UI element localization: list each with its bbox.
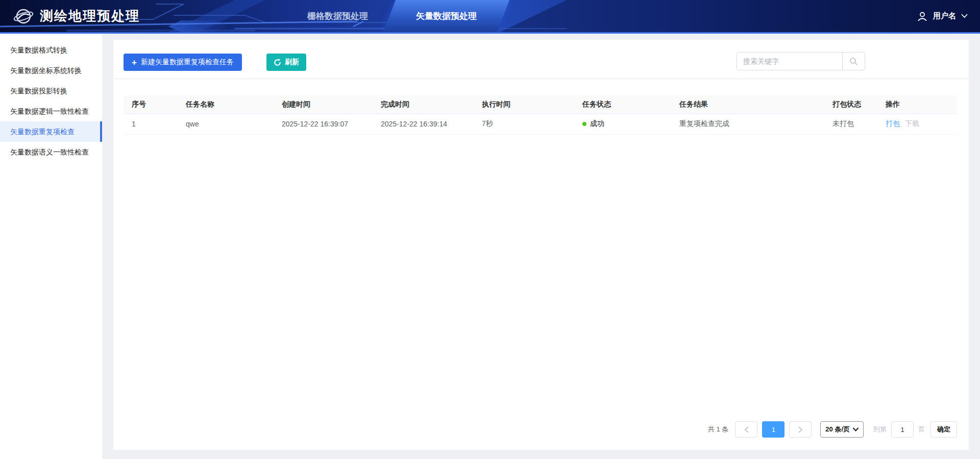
cell-actions: 打包下载 [877,114,957,134]
search-icon [849,57,858,66]
pack-link[interactable]: 打包 [886,119,900,128]
sidebar: 矢量数据格式转换 矢量数据坐标系统转换 矢量数据投影转换 矢量数据逻辑一致性检查… [0,34,102,459]
cell-task-name: qwe [178,114,274,134]
plus-icon: + [132,58,137,67]
chevron-right-icon [798,426,803,433]
table-header-row: 序号 任务名称 创建时间 完成时间 执行时间 任务状态 任务结果 打包状态 操作 [124,95,957,114]
sidebar-item-projection-conversion[interactable]: 矢量数据投影转换 [0,81,102,101]
app-title: 测绘地理预处理 [40,7,140,25]
user-name: 用户名 [933,11,956,21]
chevron-left-icon [744,426,749,433]
col-task-name: 任务名称 [178,95,274,114]
tab-raster-preprocessing[interactable]: 栅格数据预处理 [286,0,389,32]
sidebar-item-duplicate-check[interactable]: 矢量数据重复项检查 [0,121,102,142]
cell-exec-time: 7秒 [474,114,574,134]
cell-pack-status: 未打包 [824,114,877,134]
col-index: 序号 [124,95,178,114]
table-row: 1 qwe 2025-12-22 16:39:07 2025-12-22 16:… [124,114,957,134]
cell-task-status: 成功 [574,114,671,134]
cell-finished-time: 2025-12-22 16:39:14 [373,114,474,134]
page-size-select[interactable]: 20 条/页 [820,421,864,438]
user-menu[interactable]: 用户名 [917,0,968,32]
task-table-wrap: 序号 任务名称 创建时间 完成时间 执行时间 任务状态 任务结果 打包状态 操作… [113,79,969,135]
download-link[interactable]: 下载 [905,119,919,128]
col-task-result: 任务结果 [671,95,824,114]
app-header: 测绘地理预处理 栅格数据预处理 矢量数据预处理 用户名 [0,0,980,34]
status-success-dot [582,122,586,126]
search-group [737,52,865,70]
sidebar-item-format-conversion[interactable]: 矢量数据格式转换 [0,40,102,60]
next-page-button[interactable] [789,421,812,438]
toolbar: + 新建矢量数据重复项检查任务 刷新 [113,40,969,79]
goto-suffix-label: 页 [918,425,925,434]
cell-created-time: 2025-12-22 16:39:07 [274,114,373,134]
cell-task-result: 重复项检查完成 [671,114,824,134]
task-table: 序号 任务名称 创建时间 完成时间 执行时间 任务状态 任务结果 打包状态 操作… [124,95,957,135]
select-chevron-down-icon [853,427,859,431]
sidebar-item-semantic-consistency-check[interactable]: 矢量数据语义一致性检查 [0,142,102,162]
chevron-down-icon [961,14,968,18]
cell-index: 1 [124,114,178,134]
logo: 测绘地理预处理 [13,0,140,32]
sidebar-item-logic-consistency-check[interactable]: 矢量数据逻辑一致性检查 [0,101,102,121]
top-tabs: 栅格数据预处理 矢量数据预处理 [286,0,503,32]
col-created-time: 创建时间 [274,95,373,114]
page-number-1[interactable]: 1 [762,421,785,438]
goto-page-input[interactable] [891,421,914,438]
new-task-button[interactable]: + 新建矢量数据重复项检查任务 [124,54,242,71]
col-finished-time: 完成时间 [373,95,474,114]
search-button[interactable] [842,53,865,70]
search-input[interactable] [737,53,842,70]
goto-prefix-label: 到第 [873,425,887,434]
tab-vector-preprocessing[interactable]: 矢量数据预处理 [389,0,503,32]
user-icon [917,11,928,22]
col-pack-status: 打包状态 [824,95,877,114]
goto-confirm-button[interactable]: 确定 [930,421,957,438]
logo-globe-icon [13,6,34,27]
refresh-button[interactable]: 刷新 [266,54,306,71]
pagination: 共 1 条 1 20 条/页 到第 页 确定 [708,421,957,438]
sidebar-item-coordinate-conversion[interactable]: 矢量数据坐标系统转换 [0,60,102,81]
col-task-status: 任务状态 [574,95,671,114]
main-panel: + 新建矢量数据重复项检查任务 刷新 [113,40,969,450]
pagination-total: 共 1 条 [708,425,728,434]
prev-page-button[interactable] [735,421,757,438]
col-exec-time: 执行时间 [474,95,574,114]
refresh-icon [274,59,281,66]
col-actions: 操作 [877,95,957,114]
